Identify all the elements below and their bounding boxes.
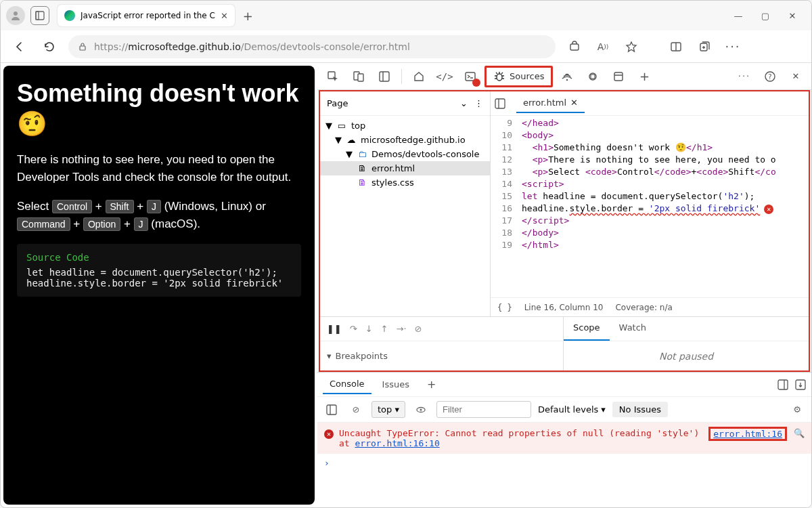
more-tools-icon[interactable]: ···	[733, 65, 756, 88]
toggle-nav-icon[interactable]	[495, 98, 514, 109]
device-toggle-icon[interactable]	[347, 65, 370, 88]
console-filter-input[interactable]	[436, 401, 531, 418]
performance-tab-icon[interactable]	[581, 65, 604, 88]
inspect-element-icon[interactable]	[321, 65, 344, 88]
browser-window: JavaScript error reported in the C ✕ + —…	[0, 0, 812, 508]
close-devtools-icon[interactable]: ✕	[784, 65, 807, 88]
code-editor[interactable]: 910111213141516171819 </head><body> <h1>…	[491, 116, 809, 297]
console-drawer: Console Issues + ⊘ top ▾ Default levels …	[317, 372, 811, 507]
log-levels-dropdown[interactable]: Default levels ▾	[538, 404, 606, 415]
editor-tab-error-html[interactable]: error.html ✕	[516, 93, 585, 113]
code-line-1: let headline = document.querySelector('h…	[26, 267, 292, 278]
activity-bar-icon[interactable]	[373, 65, 396, 88]
error-source-link[interactable]: error.html:16	[708, 427, 787, 441]
step-over-icon[interactable]: ↷	[350, 324, 357, 334]
edge-favicon-icon	[64, 10, 75, 21]
breakpoints-panel[interactable]: ▾ Breakpoints	[320, 341, 564, 371]
url-box[interactable]: https://microsoftedge.github.io/Demos/de…	[68, 35, 556, 58]
maximize-button[interactable]: ▢	[760, 11, 771, 21]
navigator-more-icon[interactable]: ⋮	[474, 98, 483, 108]
debugger-bar: ❚❚ ↷ ↓ ↑ →· ⊘ Scope Watch	[320, 316, 809, 341]
svg-rect-27	[327, 405, 336, 415]
console-tab-icon[interactable]	[459, 65, 482, 88]
kbd-j: J	[147, 200, 161, 213]
lower-row: ▾ Breakpoints Not paused	[320, 341, 809, 371]
close-window-button[interactable]: ✕	[787, 11, 798, 21]
chevron-down-icon: ▾	[327, 351, 332, 361]
tab-close-icon[interactable]: ✕	[221, 11, 228, 21]
file-icon: 🗎	[357, 163, 367, 173]
sources-tab[interactable]: Sources	[484, 66, 553, 87]
coverage-status: Coverage: n/a	[615, 303, 672, 312]
read-aloud-icon[interactable]: A))	[592, 36, 614, 58]
more-menu-icon[interactable]: ···	[722, 36, 744, 58]
close-file-icon[interactable]: ✕	[570, 98, 578, 108]
workspaces-icon[interactable]	[30, 6, 49, 25]
cursor-position: Line 16, Column 10	[524, 303, 604, 312]
collapse-drawer-icon[interactable]	[795, 379, 806, 390]
svg-rect-18	[614, 72, 623, 81]
collections-icon[interactable]	[694, 36, 715, 58]
favorite-icon[interactable]	[621, 36, 642, 58]
no-issues-badge[interactable]: No Issues	[612, 402, 668, 417]
console-settings-icon[interactable]: ⚙	[788, 404, 806, 415]
page-paragraph-2: Select Control + Shift + J (Windows, Lin…	[17, 198, 301, 234]
add-drawer-tab-icon[interactable]: +	[420, 374, 443, 395]
svg-rect-4	[570, 44, 579, 50]
tree-host[interactable]: ▼☁microsoftedge.github.io	[320, 133, 490, 147]
pretty-print-icon[interactable]: { }	[497, 303, 512, 312]
kbd-shift: Shift	[106, 200, 134, 213]
page-paragraph-1: There is nothing to see here, you need t…	[17, 151, 301, 187]
minimize-button[interactable]: —	[733, 11, 744, 21]
console-tab[interactable]: Console	[323, 375, 371, 394]
kbd-control: Control	[52, 200, 92, 213]
new-tab-button[interactable]: +	[243, 9, 253, 23]
help-icon[interactable]: ?	[759, 65, 782, 88]
svg-rect-10	[358, 74, 363, 81]
search-error-icon[interactable]: 🔍	[794, 428, 805, 438]
dock-side-icon[interactable]	[777, 379, 788, 390]
refresh-button[interactable]	[39, 36, 60, 58]
welcome-tab-icon[interactable]	[407, 65, 430, 88]
cloud-icon: ☁	[346, 135, 357, 145]
lock-icon	[78, 42, 87, 51]
issues-tab[interactable]: Issues	[376, 375, 416, 394]
tree-top[interactable]: ▼▭top	[320, 119, 490, 133]
console-error-message[interactable]: ✕ Uncaught TypeError: Cannot read proper…	[317, 423, 811, 454]
source-code-box: Source Code let headline = document.quer…	[17, 244, 301, 297]
network-tab-icon[interactable]	[556, 65, 579, 88]
step-out-icon[interactable]: ↑	[381, 324, 388, 334]
kbd-j-mac: J	[134, 217, 148, 231]
svg-text:?: ?	[768, 73, 771, 81]
svg-rect-24	[778, 380, 788, 389]
step-icon[interactable]: →·	[397, 324, 407, 334]
rendered-page: Something doesn't work 🤨 There is nothin…	[3, 66, 315, 505]
add-tab-icon[interactable]: +	[633, 65, 656, 88]
line-gutter: 910111213141516171819	[491, 116, 518, 297]
context-selector[interactable]: top ▾	[371, 401, 405, 418]
browser-tab[interactable]: JavaScript error reported in the C ✕	[58, 5, 235, 26]
chevron-down-icon[interactable]: ⌄	[460, 98, 468, 108]
deactivate-breakpoints-icon[interactable]: ⊘	[415, 324, 422, 334]
svg-point-15	[566, 79, 568, 80]
application-tab-icon[interactable]	[607, 65, 630, 88]
console-sidebar-icon[interactable]	[323, 404, 340, 415]
tree-folder[interactable]: ▼🗀Demos/devtools-console	[320, 147, 490, 161]
split-screen-icon[interactable]	[665, 36, 687, 58]
step-into-icon[interactable]: ↓	[365, 324, 373, 334]
shopping-icon[interactable]	[564, 36, 585, 58]
console-prompt[interactable]: ›	[317, 454, 811, 472]
back-button[interactable]	[9, 36, 30, 58]
pause-icon[interactable]: ❚❚	[327, 324, 342, 334]
stack-link[interactable]: error.html:16:10	[355, 438, 439, 448]
profile-avatar-icon[interactable]	[6, 6, 25, 25]
page-dropdown[interactable]: Page	[327, 98, 460, 108]
live-expression-icon[interactable]	[412, 404, 430, 415]
tree-file-error-html[interactable]: 🗎error.html	[320, 161, 490, 175]
console-tabs: Console Issues +	[317, 373, 811, 397]
clear-console-icon[interactable]: ⊘	[347, 404, 365, 415]
elements-tab-icon[interactable]: </>	[433, 65, 456, 88]
scope-tab[interactable]: Scope	[564, 317, 610, 341]
watch-tab[interactable]: Watch	[610, 317, 656, 341]
tree-file-styles-css[interactable]: 🗎styles.css	[320, 175, 490, 190]
